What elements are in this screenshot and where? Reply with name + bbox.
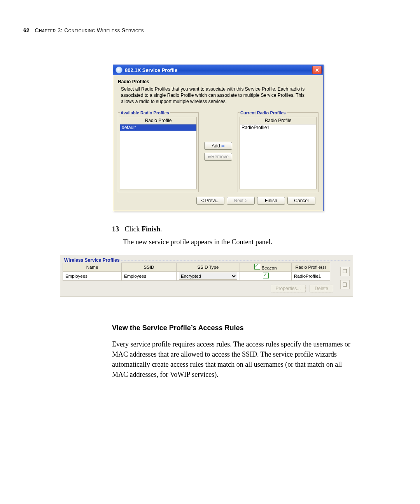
step-text-prefix: Click bbox=[125, 225, 142, 233]
add-button[interactable]: Add bbox=[204, 142, 232, 150]
cancel-button[interactable]: Cancel bbox=[287, 197, 315, 205]
table-row[interactable]: Employees Employees Encrypted RadioProfi… bbox=[63, 271, 330, 280]
page-header: 62 Chapter 3: Configuring Wireless Servi… bbox=[23, 27, 397, 33]
cell-ssid: Employees bbox=[122, 271, 177, 280]
current-list[interactable]: RadioProfile1 bbox=[240, 124, 317, 189]
prev-button[interactable]: < Previ... bbox=[196, 197, 224, 205]
col-radio: Radio Profile(s) bbox=[292, 262, 330, 271]
wsp-legend: Wireless Service Profiles bbox=[63, 257, 121, 263]
beacon-header-check-icon bbox=[254, 264, 260, 270]
chapter-title: Chapter 3: Configuring Wireless Services bbox=[35, 27, 144, 33]
col-name: Name bbox=[63, 262, 122, 271]
col-beacon-label: Beacon bbox=[262, 266, 277, 270]
col-ssid: SSID bbox=[122, 262, 177, 271]
available-legend: Available Radio Profiles bbox=[120, 110, 170, 115]
available-profiles-group: Available Radio Profiles Radio Profile d… bbox=[118, 110, 199, 192]
current-profiles-group: Current Radio Profiles Radio Profile Rad… bbox=[238, 110, 318, 192]
page-number: 62 bbox=[23, 27, 30, 33]
step-text: Click Finish. bbox=[125, 225, 162, 233]
list-item[interactable]: default bbox=[120, 124, 196, 131]
finish-button[interactable]: Finish bbox=[257, 197, 285, 205]
current-col-header: Radio Profile bbox=[240, 117, 317, 124]
section-title: Radio Profiles bbox=[118, 79, 318, 84]
step-number: 13 bbox=[112, 225, 123, 233]
list-item[interactable]: RadioProfile1 bbox=[240, 124, 316, 131]
delete-button[interactable]: Delete bbox=[310, 285, 333, 292]
copy-icon[interactable]: ❐ bbox=[340, 267, 350, 276]
step-text-bold: Finish bbox=[142, 225, 160, 233]
beacon-check-icon[interactable] bbox=[263, 273, 269, 278]
current-legend: Current Radio Profiles bbox=[240, 110, 287, 115]
section-description: Select all Radio Profiles that you want … bbox=[121, 86, 318, 105]
service-profile-dialog: 802.1X Service Profile ✕ Radio Profiles … bbox=[113, 65, 324, 211]
access-rules-body: Every service profile requires access ru… bbox=[112, 339, 353, 380]
available-list[interactable]: default bbox=[120, 124, 197, 189]
remove-button[interactable]: Remove bbox=[204, 153, 232, 161]
paste-icon[interactable]: ❏ bbox=[340, 280, 350, 289]
cell-beacon[interactable] bbox=[240, 271, 292, 280]
properties-button[interactable]: Properties... bbox=[271, 285, 306, 292]
cell-name: Employees bbox=[63, 271, 122, 280]
dialog-titlebar[interactable]: 802.1X Service Profile ✕ bbox=[113, 65, 323, 75]
app-icon bbox=[116, 66, 122, 74]
dialog-title: 802.1X Service Profile bbox=[125, 67, 310, 73]
ssid-type-select[interactable]: Encrypted bbox=[179, 273, 237, 280]
cell-ssid-type[interactable]: Encrypted bbox=[177, 271, 240, 280]
step-desc: The new service profile appears in the C… bbox=[123, 238, 353, 246]
next-button[interactable]: Next > bbox=[227, 197, 255, 205]
step-13: 13 Click Finish. The new service profile… bbox=[112, 225, 353, 246]
access-rules-heading: View the Service Profile’s Access Rules bbox=[112, 324, 353, 332]
available-col-header: Radio Profile bbox=[120, 117, 197, 124]
cell-radio: RadioProfile1 bbox=[292, 271, 330, 280]
col-ssid-type: SSID Type bbox=[177, 262, 240, 271]
close-icon[interactable]: ✕ bbox=[312, 66, 322, 74]
step-text-suffix: . bbox=[160, 225, 162, 233]
wireless-service-profiles-panel: Wireless Service Profiles Name SSID SSID… bbox=[60, 256, 353, 297]
wsp-table: Name SSID SSID Type Beacon Radio Profile… bbox=[63, 262, 330, 281]
col-beacon: Beacon bbox=[240, 262, 292, 271]
